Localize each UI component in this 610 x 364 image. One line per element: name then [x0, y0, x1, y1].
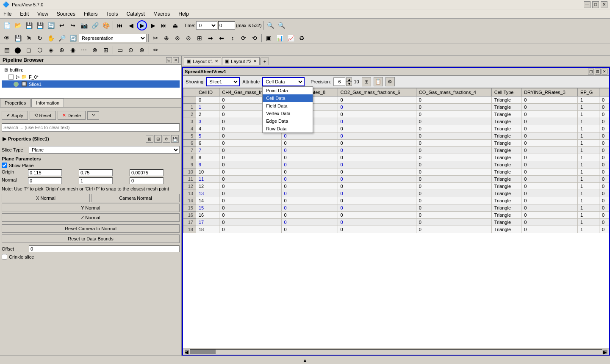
merge-btn[interactable]: ⊞ — [194, 33, 205, 43]
scrollbar-thumb[interactable] — [190, 350, 216, 354]
orbit-btn[interactable]: ↻ — [35, 33, 45, 43]
col-header-cell-type[interactable]: Cell Type — [491, 88, 521, 97]
scroll-left-btn[interactable]: ◀ — [185, 350, 189, 354]
t3-1[interactable]: ▤ — [2, 45, 12, 55]
t3-3[interactable]: ◻ — [24, 45, 34, 55]
pipeline-item-f0[interactable]: ▷ 📁 F_0* — [2, 73, 180, 80]
close-btn[interactable]: ✕ — [601, 1, 607, 8]
col-header-dry3[interactable]: DRYING_RRates_3 — [521, 88, 578, 97]
t3-8[interactable]: ⋯ — [79, 45, 89, 55]
pipeline-undock-btn[interactable]: ⊟ — [166, 57, 172, 63]
t3-5[interactable]: ◈ — [46, 45, 56, 55]
props-icon-2[interactable]: ⊟ — [154, 135, 162, 143]
undo-btn[interactable]: ↩ — [57, 20, 67, 30]
layout-tab-2-close[interactable]: ✕ — [253, 59, 257, 63]
arr3-btn[interactable]: ↕ — [227, 33, 238, 43]
reload-btn[interactable]: 🔄 — [46, 20, 56, 30]
arr-btn[interactable]: ➡ — [205, 33, 216, 43]
tab-properties[interactable]: Properties — [0, 99, 30, 107]
loop-btn[interactable]: ⏏ — [170, 20, 180, 30]
props-icon-1[interactable]: ⊞ — [146, 135, 153, 143]
reset-btn[interactable]: ⟲ Reset — [30, 111, 56, 120]
del-btn[interactable]: ⊘ — [183, 33, 194, 43]
chart-btn[interactable]: 📊 — [274, 33, 285, 43]
y-normal-btn[interactable]: Y Normal — [2, 204, 180, 212]
menu-catalyst[interactable]: Catalyst — [125, 10, 147, 18]
pipeline-close-btn[interactable]: ✕ — [173, 57, 179, 63]
props-search[interactable] — [2, 123, 180, 132]
time-select[interactable]: 0 — [196, 21, 217, 30]
last-frame-btn[interactable]: ⏭ — [159, 20, 169, 30]
showing-select[interactable]: Slice1 — [206, 77, 240, 86]
layout-tab-1-close[interactable]: ✕ — [215, 59, 218, 63]
menu-sources[interactable]: Sources — [55, 10, 77, 18]
t3-9[interactable]: ⊗ — [90, 45, 100, 55]
x-normal-btn[interactable]: X Normal — [2, 194, 90, 202]
option-cell-data[interactable]: Cell Data — [263, 94, 313, 102]
layout-tab-1[interactable]: ▣ Layout #1 ✕ — [184, 57, 221, 65]
save-state-btn[interactable]: 💾 — [35, 20, 45, 30]
origin-x-input[interactable] — [28, 169, 62, 176]
ss-export-btn[interactable]: 📋 — [374, 77, 383, 86]
ss-close-btn[interactable]: ✕ — [602, 69, 607, 74]
scroll-right-btn[interactable]: ▶ — [603, 350, 607, 354]
precision-down-btn[interactable]: ▼ — [346, 82, 352, 86]
origin-z-input[interactable] — [130, 169, 164, 176]
camera-normal-btn[interactable]: Camera Normal — [92, 194, 180, 202]
attribute-dropdown[interactable]: Point Data Cell Data Field Data Vertex D… — [262, 86, 313, 133]
menu-edit[interactable]: Edit — [18, 10, 30, 18]
offset-input[interactable] — [29, 245, 180, 252]
menu-view[interactable]: View — [36, 10, 50, 18]
t3-12[interactable]: ⊙ — [126, 45, 136, 55]
col-header-co[interactable]: CO_Gas_mass_fractions_4 — [416, 88, 491, 97]
floppy-btn[interactable]: 💾 — [13, 33, 23, 43]
box-btn[interactable]: ▣ — [263, 33, 274, 43]
connect-btn[interactable]: 🔗 — [90, 20, 100, 30]
pan-btn[interactable]: ✋ — [46, 33, 56, 43]
interact2-btn[interactable]: ✂ — [150, 33, 161, 43]
snapshot-btn[interactable]: 📷 — [79, 20, 89, 30]
option-row-data[interactable]: Row Data — [263, 125, 313, 132]
refresh-btn[interactable]: ♻ — [297, 33, 307, 43]
t3-13[interactable]: ⊛ — [137, 45, 147, 55]
t3-2[interactable]: ⬤ — [13, 45, 23, 55]
save-btn[interactable]: 💾 — [24, 20, 34, 30]
t3-4[interactable]: ⬡ — [35, 45, 45, 55]
t3-6[interactable]: ⊕ — [57, 45, 67, 55]
reset-data-btn[interactable]: Reset to Data Bounds — [2, 234, 180, 243]
props-save-icon[interactable]: 💾 — [171, 135, 179, 143]
rotate2-btn[interactable]: ⟲ — [250, 33, 260, 43]
precision-up-btn[interactable]: ▲ — [346, 77, 352, 82]
eye-btn[interactable]: 👁 — [2, 33, 12, 43]
precision-input[interactable] — [333, 77, 345, 86]
option-field-data[interactable]: Field Data — [263, 102, 313, 110]
rotate-btn[interactable]: ⟳ — [238, 33, 249, 43]
t3-14[interactable]: ✏ — [151, 45, 161, 55]
t3-10[interactable]: ⊞ — [101, 45, 111, 55]
crinkle-checkbox[interactable] — [2, 254, 7, 259]
normal-x-input[interactable] — [28, 177, 62, 184]
first-frame-btn[interactable]: ⏮ — [115, 20, 125, 30]
magplus-btn[interactable]: 🔍 — [277, 20, 287, 30]
option-vertex-data[interactable]: Vertex Data — [263, 110, 313, 117]
query-btn[interactable]: ⊗ — [172, 33, 183, 43]
col-header-epg[interactable]: EP_G — [578, 88, 599, 97]
layout-add-btn[interactable]: + — [261, 58, 269, 65]
attribute-select[interactable]: Cell Data — [262, 77, 305, 86]
delete-btn[interactable]: ✕ Delete — [58, 111, 86, 120]
open-btn[interactable]: 📂 — [13, 20, 23, 30]
pipeline-item-slice1[interactable]: 🔲 Slice1 — [2, 80, 180, 88]
minimize-btn[interactable]: — — [584, 1, 591, 8]
menu-help[interactable]: Help — [177, 10, 191, 18]
representation-select[interactable]: Representation — [79, 34, 147, 42]
chart2-btn[interactable]: 📈 — [286, 33, 296, 43]
colormap-btn[interactable]: 🎨 — [101, 20, 111, 30]
scrollbar-bottom[interactable]: ◀ ▶ — [183, 348, 609, 355]
t3-7[interactable]: ◉ — [68, 45, 78, 55]
normal-y-input[interactable] — [79, 177, 113, 184]
ss-settings-btn[interactable]: ⚙ — [385, 77, 395, 86]
arr2-btn[interactable]: ⬅ — [216, 33, 227, 43]
title-bar-right[interactable]: — □ ✕ — [584, 1, 607, 8]
ss-grid-btn[interactable]: ⊞ — [362, 77, 371, 86]
help-btn[interactable]: ? — [87, 111, 99, 120]
